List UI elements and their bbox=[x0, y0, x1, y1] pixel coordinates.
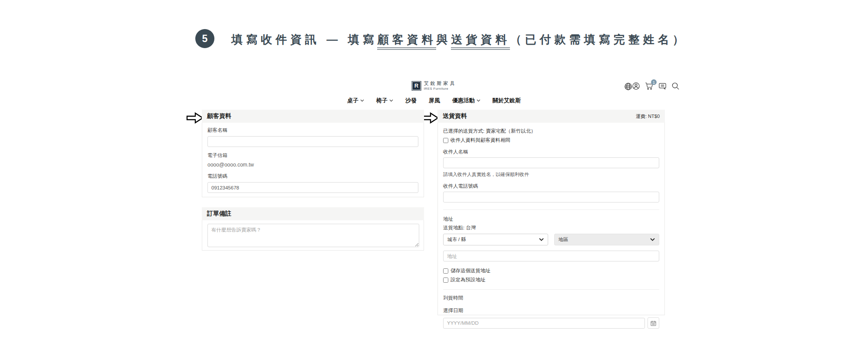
customer-name-input[interactable] bbox=[207, 136, 418, 147]
district-select[interactable]: 地區 bbox=[554, 234, 659, 245]
date-label: 選擇日期 bbox=[443, 307, 659, 314]
default-address-label: 設定為預設地址 bbox=[450, 277, 486, 283]
same-as-customer-label: 收件人資料與顧客資料相同 bbox=[450, 137, 510, 144]
recipient-phone-input[interactable] bbox=[443, 192, 659, 202]
delivery-time-title: 到貨時間 bbox=[443, 295, 659, 301]
annotation-arrow-customer bbox=[186, 112, 204, 124]
logo-mark-icon: R bbox=[412, 81, 421, 91]
city-select-value: 城市 / 縣 bbox=[447, 236, 466, 243]
same-as-customer-checkbox[interactable] bbox=[443, 138, 448, 143]
order-notes-textarea[interactable] bbox=[207, 224, 419, 247]
customer-name-label: 顧客名稱 bbox=[207, 127, 418, 134]
divider bbox=[443, 289, 659, 290]
customer-section-title: 顧客資料 bbox=[207, 112, 231, 120]
customer-phone-label: 電話號碼 bbox=[207, 173, 418, 180]
default-address-checkbox[interactable] bbox=[443, 277, 448, 283]
nav-item-label: 優惠活動 bbox=[452, 97, 475, 104]
calendar-icon bbox=[651, 320, 656, 326]
shipping-card: 已選擇的送貨方式: 賣家宅配（新竹以北） 收件人資料與顧客資料相同 收件人名稱 … bbox=[437, 123, 665, 315]
logo-text: 艾銳斯家具 IRES Furniture bbox=[424, 81, 457, 91]
cart-icon[interactable]: 1 bbox=[645, 82, 654, 90]
chevron-down-icon bbox=[360, 99, 364, 102]
district-select-value: 地區 bbox=[559, 236, 568, 243]
date-input[interactable] bbox=[443, 318, 645, 329]
main-nav: 桌子 椅子 沙發 屏風 優惠活動 關於艾銳斯 bbox=[347, 97, 521, 104]
account-icon[interactable] bbox=[632, 82, 640, 90]
customer-email-label: 電子信箱 bbox=[207, 152, 418, 159]
nav-item-screens[interactable]: 屏風 bbox=[429, 97, 440, 104]
recipient-name-hint: 請填入收件人真實姓名，以確保順利收件 bbox=[443, 171, 659, 178]
step-title-seg1: 填寫收件資訊 — 填寫 bbox=[231, 33, 377, 46]
customer-section-header: 顧客資料 bbox=[202, 110, 424, 123]
chevron-down-icon bbox=[389, 99, 393, 102]
divider bbox=[443, 209, 659, 210]
nav-item-label: 關於艾銳斯 bbox=[493, 97, 521, 104]
nav-item-label: 屏風 bbox=[429, 97, 440, 104]
same-as-customer-row: 收件人資料與顧客資料相同 bbox=[443, 137, 659, 144]
order-notes-card bbox=[202, 220, 424, 251]
default-address-row: 設定為預設地址 bbox=[443, 277, 659, 283]
address-input[interactable] bbox=[443, 251, 659, 261]
site-logo[interactable]: R 艾銳斯家具 IRES Furniture bbox=[412, 81, 457, 91]
save-address-label: 儲存這個送貨地址 bbox=[450, 268, 490, 274]
destination-text: 送貨地點: 台灣 bbox=[443, 225, 659, 231]
city-select[interactable]: 城市 / 縣 bbox=[443, 234, 548, 245]
nav-item-label: 椅子 bbox=[376, 97, 388, 104]
language-globe-icon[interactable] bbox=[194, 82, 868, 91]
calendar-button[interactable] bbox=[648, 317, 659, 329]
date-row bbox=[443, 317, 659, 329]
nav-item-chairs[interactable]: 椅子 bbox=[376, 97, 393, 104]
chat-icon[interactable] bbox=[658, 82, 667, 90]
recipient-name-input[interactable] bbox=[443, 157, 659, 168]
step-title-seg2: 與 bbox=[436, 33, 451, 46]
nav-item-promotions[interactable]: 優惠活動 bbox=[452, 97, 480, 104]
step-number-badge: 5 bbox=[195, 29, 214, 48]
nav-item-sofa[interactable]: 沙發 bbox=[405, 97, 417, 104]
shipping-method-text: 已選擇的送貨方式: 賣家宅配（新竹以北） bbox=[443, 128, 659, 134]
region-selects-row: 城市 / 縣 地區 bbox=[443, 234, 659, 245]
chevron-down-icon bbox=[650, 238, 655, 241]
annotation-arrow-shipping bbox=[421, 112, 439, 124]
order-notes-section-header: 訂單備註 bbox=[202, 207, 424, 220]
customer-card: 顧客名稱 電子信箱 oooo@oooo.com.tw 電話號碼 bbox=[202, 123, 424, 197]
header-icons: 1 bbox=[632, 82, 680, 90]
search-icon[interactable] bbox=[671, 82, 680, 90]
save-address-checkbox[interactable] bbox=[443, 268, 448, 274]
recipient-phone-label: 收件人電話號碼 bbox=[443, 183, 659, 189]
nav-item-label: 沙發 bbox=[405, 97, 417, 104]
logo-name-en: IRES Furniture bbox=[424, 87, 457, 91]
cart-count-badge: 1 bbox=[651, 79, 657, 85]
shipping-fee: 運費: NT$0 bbox=[636, 113, 660, 120]
chevron-down-icon bbox=[539, 238, 544, 241]
step-title: 填寫收件資訊 — 填寫顧客資料與送貨資料（已付款需填寫完整姓名） bbox=[231, 32, 687, 47]
customer-email-value: oooo@oooo.com.tw bbox=[207, 162, 418, 168]
order-notes-title: 訂單備註 bbox=[207, 210, 231, 218]
customer-phone-input[interactable] bbox=[207, 182, 418, 193]
save-address-row: 儲存這個送貨地址 bbox=[443, 268, 659, 274]
recipient-name-label: 收件人名稱 bbox=[443, 149, 659, 155]
logo-name-zh: 艾銳斯家具 bbox=[424, 81, 457, 86]
step-title-underlined-shipping: 送貨資料 bbox=[451, 33, 510, 50]
address-section-title: 地址 bbox=[443, 216, 659, 222]
step-title-underlined-customer: 顧客資料 bbox=[377, 33, 436, 50]
nav-item-about[interactable]: 關於艾銳斯 bbox=[493, 97, 521, 104]
shipping-section-title: 送貨資料 bbox=[443, 112, 467, 120]
shipping-section-header: 送貨資料 運費: NT$0 bbox=[437, 110, 665, 123]
chevron-down-icon bbox=[477, 99, 480, 102]
step-title-seg3: （已付款需填寫完整姓名） bbox=[510, 33, 687, 46]
nav-item-label: 桌子 bbox=[347, 97, 358, 104]
nav-item-tables[interactable]: 桌子 bbox=[347, 97, 364, 104]
